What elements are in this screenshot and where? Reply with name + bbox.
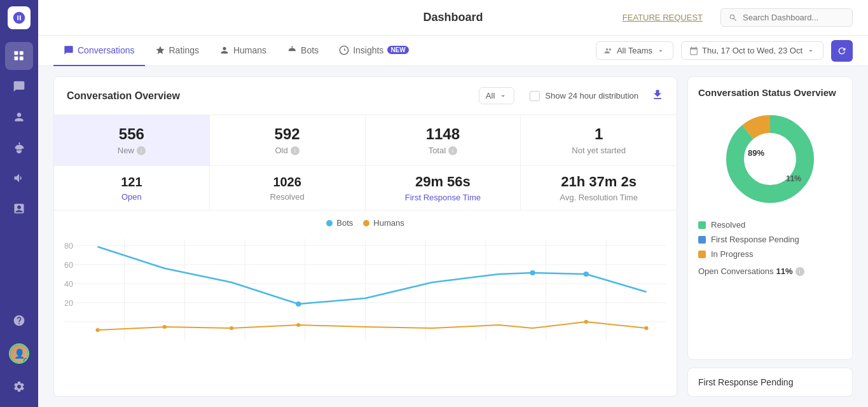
sidebar-item-campaigns[interactable]: [5, 164, 33, 192]
tab-ratings-label: Ratings: [169, 45, 199, 55]
svg-point-25: [584, 272, 589, 277]
chevron-down-icon: [656, 46, 665, 55]
stat-avg-resolution: 21h 37m 2s Avg. Resolution Time: [521, 166, 677, 210]
avatar: 👤: [9, 343, 29, 364]
filter-chevron-icon: [499, 92, 507, 100]
filter-dropdown[interactable]: All: [479, 87, 514, 104]
ratings-icon: [155, 45, 165, 55]
open-convs-pct: 11%: [776, 266, 793, 276]
svg-point-26: [95, 328, 99, 332]
team-icon: [604, 46, 613, 55]
first-response-label: First Response Pending: [711, 235, 799, 244]
legend-resolved: Resolved: [698, 220, 842, 230]
sidebar-item-help[interactable]: [5, 307, 33, 335]
tab-conversations-label: Conversations: [78, 45, 135, 55]
sidebar-item-contacts[interactable]: [5, 103, 33, 131]
sidebar-item-bots[interactable]: [5, 134, 33, 162]
tab-bots[interactable]: Bots: [277, 36, 329, 66]
open-convs-info-icon[interactable]: i: [796, 267, 804, 276]
filter-label: All: [486, 91, 495, 100]
stat-not-started-label: Not yet started: [572, 146, 626, 155]
in-progress-label: In Progress: [711, 249, 753, 259]
stat-resolved: 1026 Resolved: [210, 166, 366, 210]
conversations-icon: [64, 45, 74, 55]
stat-open: 121 Open: [54, 166, 210, 210]
first-response-card: First Response Pending: [687, 368, 853, 397]
team-selector[interactable]: All Teams: [596, 41, 673, 60]
tab-conversations[interactable]: Conversations: [53, 36, 145, 66]
stat-resolved-value: 1026: [273, 175, 301, 190]
show-24h-toggle[interactable]: Show 24 hour distribution: [530, 91, 638, 101]
user-avatar-container[interactable]: 👤: [5, 340, 33, 368]
stat-old-value: 592: [275, 125, 300, 143]
stat-new: 556 New i: [54, 115, 210, 165]
donut-chart: 89% 11%: [719, 108, 821, 210]
first-response-swatch: [698, 236, 706, 244]
feature-request-link[interactable]: FEATURE REQUEST: [623, 13, 703, 22]
tab-bots-label: Bots: [301, 45, 319, 55]
stat-open-label: Open: [121, 192, 142, 202]
overview-panel: Conversation Overview All Show 24 hour d…: [53, 76, 677, 397]
refresh-button[interactable]: [831, 40, 853, 62]
search-box[interactable]: [720, 8, 853, 27]
svg-rect-0: [15, 52, 18, 55]
new-info-icon[interactable]: i: [137, 146, 146, 155]
tab-insights-label: Insights: [353, 45, 383, 55]
refresh-icon: [837, 46, 847, 56]
pct-11-label: 11%: [786, 174, 801, 183]
download-icon: [651, 88, 664, 101]
stat-total-label: Total i: [429, 146, 457, 155]
tab-humans[interactable]: Humans: [209, 36, 277, 66]
tab-insights[interactable]: Insights NEW: [329, 36, 419, 66]
svg-text:60: 60: [64, 261, 73, 270]
svg-point-27: [163, 325, 167, 329]
status-card: Conversation Status Overview 89%: [687, 76, 853, 360]
download-button[interactable]: [651, 88, 664, 104]
24h-checkbox[interactable]: [530, 91, 540, 101]
stat-new-label: New i: [118, 146, 146, 155]
tab-humans-label: Humans: [233, 45, 266, 55]
online-status: [24, 358, 29, 363]
chart-legend: Bots Humans: [64, 218, 666, 228]
legend-first-response: First Response Pending: [698, 235, 842, 244]
search-icon: [729, 13, 738, 22]
sidebar-item-reports[interactable]: [5, 195, 33, 223]
resolved-label: Resolved: [711, 220, 745, 230]
search-input[interactable]: [743, 13, 844, 22]
svg-text:40: 40: [64, 280, 73, 289]
team-selector-label: All Teams: [617, 46, 652, 55]
sidebar: 👤: [0, 0, 38, 407]
stat-avg-resolution-value: 21h 37m 2s: [561, 174, 637, 190]
legend-in-progress: In Progress: [698, 249, 842, 259]
stat-first-resp-label: First Response Time: [405, 193, 481, 202]
content-area: Conversation Overview All Show 24 hour d…: [38, 66, 868, 407]
svg-point-33: [735, 124, 805, 194]
stats-bottom-row: 121 Open 1026 Resolved 29m 56s: [54, 166, 677, 210]
svg-text:80: 80: [64, 242, 73, 251]
sidebar-item-settings[interactable]: [5, 373, 33, 401]
tab-ratings[interactable]: Ratings: [145, 36, 209, 66]
sidebar-item-conversations[interactable]: [5, 72, 33, 100]
new-badge: NEW: [387, 46, 408, 54]
calendar-icon: [689, 46, 698, 55]
old-info-icon[interactable]: i: [291, 146, 300, 155]
stat-not-started-value: 1: [595, 125, 603, 143]
chart-area: Bots Humans: [54, 210, 677, 396]
app-logo[interactable]: [8, 6, 31, 29]
date-selector[interactable]: Thu, 17 Oct to Wed, 23 Oct: [681, 41, 823, 60]
stat-total-value: 1148: [426, 125, 460, 143]
legend-bots: Bots: [326, 218, 353, 228]
date-range-label: Thu, 17 Oct to Wed, 23 Oct: [702, 46, 803, 55]
stat-old-label: Old i: [275, 146, 300, 155]
open-convs-label: Open Conversations: [698, 266, 774, 276]
svg-point-24: [530, 270, 535, 275]
insights-icon: [339, 45, 349, 55]
svg-rect-2: [20, 52, 24, 55]
total-info-icon[interactable]: i: [448, 146, 457, 155]
in-progress-swatch: [698, 251, 706, 258]
stat-resolved-label: Resolved: [270, 192, 305, 202]
svg-point-28: [230, 326, 233, 330]
date-chevron-icon: [806, 46, 815, 55]
sidebar-item-dashboard[interactable]: [5, 42, 33, 70]
panel-title: Conversation Overview: [67, 90, 180, 102]
